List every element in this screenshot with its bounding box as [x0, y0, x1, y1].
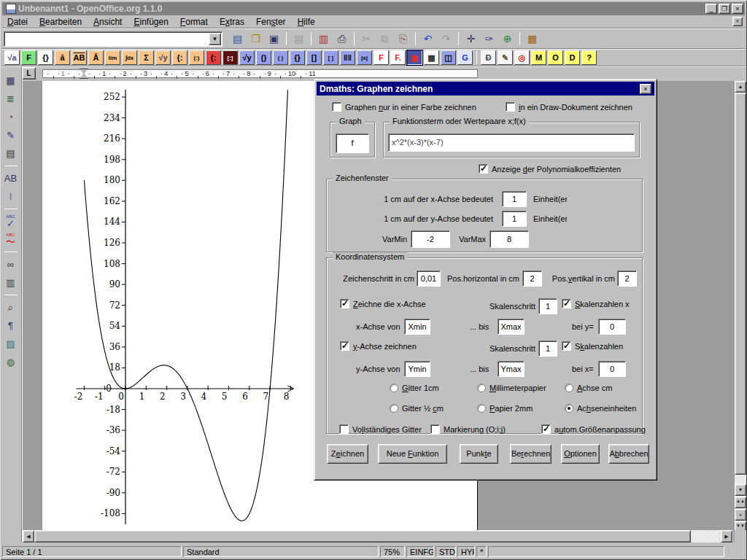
- menu-bearbeiten[interactable]: Bearbeiten: [34, 16, 88, 28]
- radio-achseneinheiten[interactable]: Achseneinheiten: [565, 404, 636, 413]
- neue-funktion-button[interactable]: Neue Funktion: [378, 444, 447, 464]
- checkbox-scale-numbers-y[interactable]: Skalenzahlen: [562, 341, 623, 351]
- vertical-scroll-thumb[interactable]: [735, 93, 746, 475]
- menu-format[interactable]: Format: [174, 16, 214, 28]
- radio-achse-cm[interactable]: Achse cm: [565, 384, 612, 392]
- previous-page-icon[interactable]: ▲▲: [735, 497, 746, 508]
- formula-f-icon[interactable]: F: [374, 50, 389, 65]
- hyperlink-icon[interactable]: ⊕: [499, 31, 516, 47]
- scale-step-x-field[interactable]: 1: [538, 298, 557, 314]
- status-field-5[interactable]: HYP: [457, 546, 475, 557]
- form-icon[interactable]: ▤: [2, 145, 20, 162]
- stylist-icon[interactable]: ✑: [481, 31, 498, 47]
- vertical-scrollbar[interactable]: ▲ ▼ ▲▲ ● ▼▼: [735, 81, 746, 542]
- navigation-icon[interactable]: ●: [735, 509, 746, 521]
- checkbox-auto-size[interactable]: autom.Größenanpassung: [541, 424, 646, 434]
- close-button[interactable]: ×: [732, 4, 743, 14]
- zeichnen-button[interactable]: Zeichnen: [327, 444, 368, 464]
- edit-file-icon[interactable]: ▤: [290, 31, 307, 47]
- checkbox-box[interactable]: [506, 102, 515, 112]
- spellcheck-icon[interactable]: ABC✓: [2, 213, 20, 230]
- checkbox-draw-x-axis[interactable]: Zeichne die x-Achse: [340, 299, 426, 308]
- save-icon[interactable]: ▣: [266, 31, 282, 47]
- menu-extras[interactable]: Extras: [214, 16, 250, 28]
- limit-icon[interactable]: lim: [105, 50, 120, 65]
- radio-circle[interactable]: [565, 404, 573, 413]
- norm-icon[interactable]: ‖‖: [340, 50, 355, 65]
- bracket-big-icon[interactable]: [ ]: [323, 50, 338, 65]
- status-field-2[interactable]: 75%: [380, 546, 405, 557]
- macro-d-icon[interactable]: D: [565, 50, 580, 65]
- matrix-icon[interactable]: [:]: [222, 50, 238, 65]
- varmax-field[interactable]: 8: [489, 230, 529, 248]
- minimize-button[interactable]: _: [705, 4, 717, 14]
- horizontal-scroll-thumb[interactable]: [34, 530, 691, 542]
- dmaths-logo-icon[interactable]: ◎: [514, 50, 530, 65]
- status-field-4[interactable]: STD: [436, 546, 456, 557]
- nth-root-icon[interactable]: √y: [155, 50, 171, 65]
- pos-vertical-field[interactable]: 2: [617, 271, 637, 287]
- cut-icon[interactable]: ✂: [358, 31, 375, 47]
- y-to-field[interactable]: Ymax: [498, 361, 525, 377]
- x-to-field[interactable]: Xmax: [498, 319, 525, 335]
- style-f-icon[interactable]: F: [21, 50, 36, 65]
- abs-icon[interactable]: |x|: [357, 50, 372, 65]
- chevron-down-icon[interactable]: ▼: [209, 33, 221, 45]
- insert-table-icon[interactable]: ▦: [2, 72, 20, 89]
- geogebra-icon[interactable]: G: [457, 50, 473, 65]
- dialog-title-bar[interactable]: Dmaths: Graphen zeichnen ×: [317, 82, 654, 96]
- print-icon[interactable]: ⎙: [333, 31, 350, 47]
- draw-graph-icon[interactable]: ▦: [407, 50, 422, 65]
- radio-circle[interactable]: [390, 404, 398, 413]
- sum-icon[interactable]: Σ: [139, 50, 154, 65]
- vector-arrow-icon[interactable]: ā: [55, 50, 70, 65]
- checkbox-single-color[interactable]: Graphen nur in einer Farbe zeichnen: [332, 102, 476, 112]
- autospellcheck-icon[interactable]: ABC〜: [2, 231, 20, 248]
- dmaths-help-icon[interactable]: ?: [581, 50, 597, 65]
- radio-circle[interactable]: [390, 384, 398, 392]
- berechnen-button[interactable]: Berechnen: [510, 444, 551, 464]
- root-blue-icon[interactable]: √y: [239, 50, 255, 65]
- checkbox-box[interactable]: [479, 164, 488, 174]
- radio-papier-2mm[interactable]: Papier 2mm: [477, 404, 533, 413]
- data-sources-icon[interactable]: ▥: [2, 274, 20, 291]
- macro-m-icon[interactable]: M: [531, 50, 546, 65]
- checkbox-box[interactable]: [339, 424, 349, 434]
- navigator-icon[interactable]: ✛: [462, 31, 479, 47]
- nonprinting-chars-icon[interactable]: ¶: [2, 317, 20, 334]
- optionen-button[interactable]: Optionen: [561, 444, 600, 464]
- formula-f-cursor-icon[interactable]: F.: [390, 50, 406, 65]
- macro-o-icon[interactable]: O: [548, 50, 563, 65]
- varmin-field[interactable]: -2: [411, 230, 450, 248]
- dmaths-edit-icon[interactable]: ✎: [498, 50, 513, 65]
- paren-small-icon[interactable]: (): [256, 50, 271, 65]
- at-x-field[interactable]: 0: [598, 361, 626, 377]
- dmaths-tools-icon[interactable]: Ð: [481, 50, 496, 65]
- integral-icon[interactable]: ∫dx: [122, 50, 137, 65]
- system-red-icon[interactable]: {:: [206, 50, 221, 65]
- segment-bar-icon[interactable]: AB: [71, 50, 87, 65]
- paren-big-icon[interactable]: ( ): [273, 50, 288, 65]
- paste-icon[interactable]: ⎘: [395, 31, 411, 47]
- autotext-icon[interactable]: AB: [2, 170, 20, 187]
- scroll-left-icon[interactable]: ◀: [23, 530, 34, 542]
- axes-icon[interactable]: ◫: [441, 50, 456, 65]
- redo-icon[interactable]: ↷: [438, 31, 454, 47]
- status-field-6[interactable]: *: [476, 546, 487, 557]
- checkbox-draw-y-axis[interactable]: y-Achse zeichnen: [340, 341, 417, 351]
- checkbox-draw-document[interactable]: in ein Draw-Dokument zeichnen: [506, 102, 632, 112]
- radio-grid-half-cm[interactable]: Gitter ½ cm: [390, 404, 444, 413]
- print-preview-icon[interactable]: ▥: [315, 31, 332, 47]
- brace-blue-icon[interactable]: {}: [290, 50, 305, 65]
- checkbox-box[interactable]: [562, 341, 571, 351]
- radio-circle[interactable]: [565, 384, 573, 392]
- dialog-close-icon[interactable]: ×: [640, 84, 651, 94]
- checkbox-box[interactable]: [430, 424, 440, 434]
- menu-ansicht[interactable]: Ansicht: [88, 16, 128, 28]
- open-icon[interactable]: ❒: [247, 31, 264, 47]
- at-y-field[interactable]: 0: [598, 319, 626, 335]
- abbrechen-button[interactable]: Abbrechen: [608, 444, 649, 464]
- checkbox-box[interactable]: [340, 341, 349, 351]
- checkbox-box[interactable]: [340, 299, 349, 308]
- grid-icon[interactable]: ▦: [424, 50, 439, 65]
